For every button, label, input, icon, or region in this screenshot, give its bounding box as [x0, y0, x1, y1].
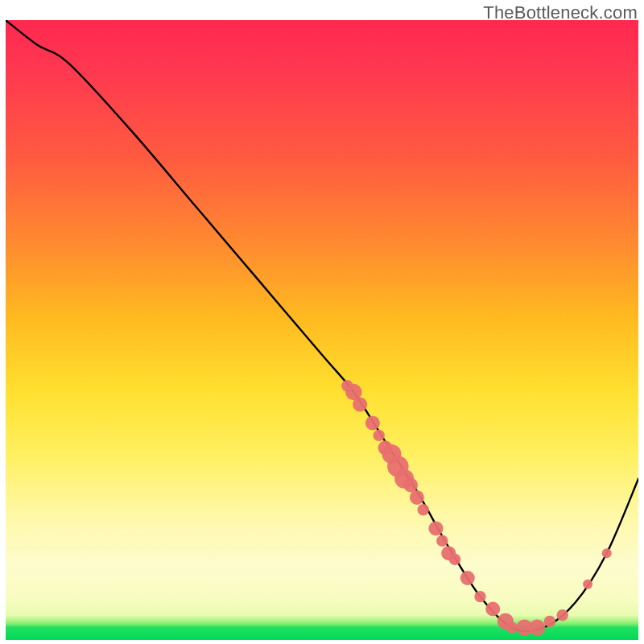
data-marker: [353, 397, 367, 411]
curve-path: [6, 20, 638, 631]
data-marker: [403, 478, 418, 493]
data-marker: [602, 548, 612, 558]
data-marker: [449, 554, 460, 565]
data-marker: [365, 416, 380, 431]
data-marker: [474, 591, 485, 602]
watermark-text: TheBottleneck.com: [483, 2, 638, 23]
data-marker: [418, 504, 429, 515]
data-marker: [436, 535, 448, 547]
line-chart-svg: [6, 20, 638, 640]
data-marker: [506, 621, 518, 633]
data-marker: [410, 490, 424, 505]
chart-container: TheBottleneck.com: [0, 0, 644, 644]
data-marker: [460, 571, 475, 585]
data-marker: [544, 616, 555, 627]
data-marker: [556, 609, 568, 621]
data-marker: [529, 619, 545, 635]
data-marker: [428, 521, 443, 535]
plot-area: [6, 20, 638, 640]
data-markers: [341, 380, 611, 636]
data-marker: [583, 580, 592, 589]
data-marker: [485, 602, 500, 617]
data-marker: [374, 430, 385, 441]
